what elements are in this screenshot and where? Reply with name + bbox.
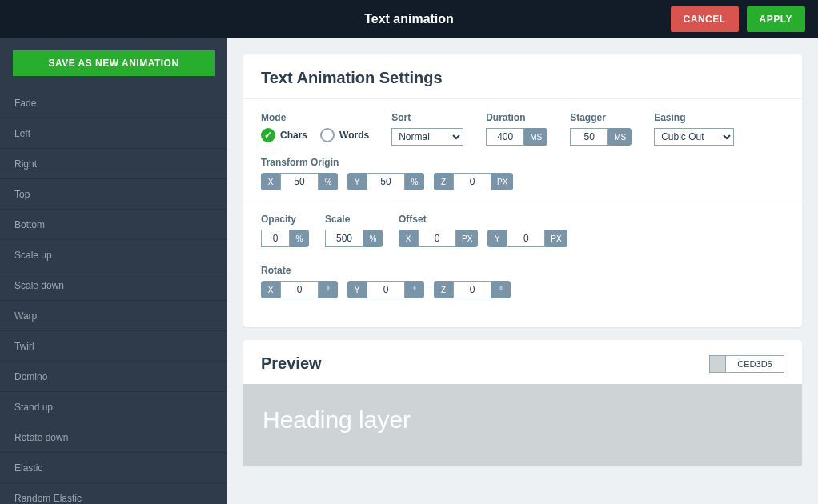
rotate-label: Rotate bbox=[261, 265, 511, 276]
sort-select[interactable]: Normal bbox=[391, 128, 463, 146]
mode-chars-radio[interactable]: ✓ Chars bbox=[261, 128, 307, 142]
offset-x-label: X bbox=[399, 230, 418, 247]
transform-origin-label: Transform Origin bbox=[261, 157, 513, 168]
stagger-unit: MS bbox=[608, 128, 632, 146]
easing-label: Easing bbox=[654, 112, 734, 123]
duration-input[interactable] bbox=[486, 128, 524, 146]
opacity-input[interactable] bbox=[261, 230, 290, 247]
circle-icon bbox=[320, 128, 335, 142]
mode-chars-label: Chars bbox=[280, 130, 307, 141]
sidebar-item-stand-up[interactable]: Stand up bbox=[0, 392, 227, 422]
mode-label: Mode bbox=[261, 112, 369, 123]
duration-unit: MS bbox=[524, 128, 547, 146]
preview-color-picker[interactable] bbox=[709, 355, 784, 373]
rotate-field: Rotate X ° Y ° bbox=[261, 265, 511, 298]
origin-y-unit: % bbox=[405, 173, 424, 190]
sort-field: Sort Normal bbox=[391, 112, 463, 146]
preview-text: Heading layer bbox=[263, 406, 783, 434]
origin-x-label: X bbox=[261, 173, 280, 190]
top-actions: CANCEL APPLY bbox=[671, 6, 805, 32]
rotate-x-input[interactable] bbox=[280, 281, 319, 298]
rotate-x-label: X bbox=[261, 281, 280, 298]
offset-y-label: Y bbox=[487, 230, 507, 247]
mode-words-label: Words bbox=[339, 130, 369, 141]
sidebar-item-scale-up[interactable]: Scale up bbox=[0, 240, 227, 270]
sidebar-item-rotate-down[interactable]: Rotate down bbox=[0, 422, 227, 453]
scale-unit: % bbox=[363, 230, 383, 247]
content-area: Text Animation Settings Mode ✓ Chars bbox=[227, 38, 818, 504]
mode-words-radio[interactable]: Words bbox=[320, 128, 369, 142]
preview-color-input[interactable] bbox=[726, 356, 784, 372]
scale-field: Scale % bbox=[325, 214, 383, 247]
offset-x-input[interactable] bbox=[418, 230, 456, 247]
preview-area: Heading layer bbox=[243, 384, 802, 466]
easing-field: Easing Cubic Out bbox=[654, 112, 734, 146]
sidebar-item-warp[interactable]: Warp bbox=[0, 301, 227, 331]
sidebar-item-right[interactable]: Right bbox=[0, 149, 227, 179]
rotate-y-label: Y bbox=[347, 281, 367, 298]
offset-label: Offset bbox=[399, 214, 567, 225]
rotate-y-unit: ° bbox=[405, 281, 424, 298]
mode-field: Mode ✓ Chars Words bbox=[261, 112, 369, 146]
duration-label: Duration bbox=[486, 112, 547, 123]
transform-origin-field: Transform Origin X % Y % bbox=[261, 157, 513, 190]
origin-z-label: Z bbox=[434, 173, 453, 190]
offset-field: Offset X PX Y PX bbox=[399, 214, 567, 247]
sort-label: Sort bbox=[391, 112, 463, 123]
rotate-x-unit: ° bbox=[319, 281, 338, 298]
settings-panel: Text Animation Settings Mode ✓ Chars bbox=[243, 54, 802, 327]
sidebar-item-bottom[interactable]: Bottom bbox=[0, 210, 227, 240]
stagger-label: Stagger bbox=[570, 112, 632, 123]
main-area: SAVE AS NEW ANIMATION Fade Left Right To… bbox=[0, 38, 818, 504]
apply-button[interactable]: APPLY bbox=[747, 6, 805, 32]
rotate-z-label: Z bbox=[434, 281, 453, 298]
origin-z-input[interactable] bbox=[453, 173, 491, 190]
rotate-y-input[interactable] bbox=[367, 281, 405, 298]
top-bar: Text animation CANCEL APPLY bbox=[0, 0, 818, 38]
save-as-new-animation-button[interactable]: SAVE AS NEW ANIMATION bbox=[13, 50, 215, 76]
origin-x-unit: % bbox=[319, 173, 338, 190]
scale-input[interactable] bbox=[325, 230, 363, 247]
origin-x-input[interactable] bbox=[280, 173, 319, 190]
sidebar-item-random-elastic[interactable]: Random Elastic bbox=[0, 483, 227, 504]
offset-x-unit: PX bbox=[456, 230, 478, 247]
cancel-button[interactable]: CANCEL bbox=[671, 6, 739, 32]
origin-z-unit: PX bbox=[491, 173, 513, 190]
preview-panel: Preview Heading layer bbox=[243, 340, 802, 466]
sidebar-item-twirl[interactable]: Twirl bbox=[0, 331, 227, 362]
opacity-field: Opacity % bbox=[261, 214, 309, 247]
preview-title: Preview bbox=[261, 354, 322, 373]
sidebar-item-domino[interactable]: Domino bbox=[0, 362, 227, 392]
origin-y-input[interactable] bbox=[367, 173, 405, 190]
easing-select[interactable]: Cubic Out bbox=[654, 128, 734, 146]
scale-label: Scale bbox=[325, 214, 383, 225]
check-circle-icon: ✓ bbox=[261, 128, 275, 142]
sidebar-item-scale-down[interactable]: Scale down bbox=[0, 270, 227, 301]
sidebar-item-fade[interactable]: Fade bbox=[0, 88, 227, 118]
sidebar-item-left[interactable]: Left bbox=[0, 118, 227, 149]
rotate-z-input[interactable] bbox=[453, 281, 491, 298]
opacity-label: Opacity bbox=[261, 214, 309, 225]
offset-y-unit: PX bbox=[545, 230, 567, 247]
color-swatch-icon bbox=[710, 356, 726, 372]
opacity-unit: % bbox=[290, 230, 309, 247]
offset-y-input[interactable] bbox=[507, 230, 545, 247]
animation-preset-list: Fade Left Right Top Bottom Scale up Scal… bbox=[0, 88, 227, 504]
sidebar: SAVE AS NEW ANIMATION Fade Left Right To… bbox=[0, 38, 227, 504]
origin-y-label: Y bbox=[347, 173, 367, 190]
stagger-input[interactable] bbox=[570, 128, 608, 146]
divider bbox=[243, 202, 802, 202]
sidebar-item-top[interactable]: Top bbox=[0, 179, 227, 210]
duration-field: Duration MS bbox=[486, 112, 547, 146]
rotate-z-unit: ° bbox=[491, 281, 511, 298]
sidebar-item-elastic[interactable]: Elastic bbox=[0, 453, 227, 483]
stagger-field: Stagger MS bbox=[570, 112, 632, 146]
settings-title: Text Animation Settings bbox=[243, 54, 802, 99]
